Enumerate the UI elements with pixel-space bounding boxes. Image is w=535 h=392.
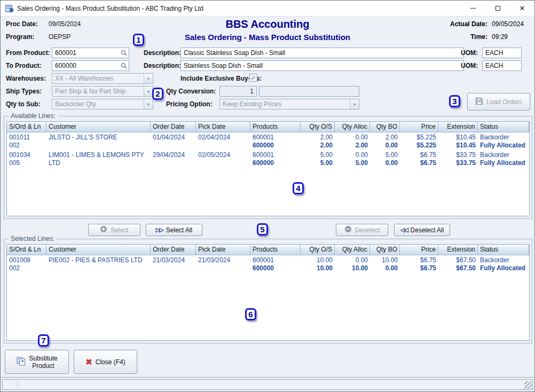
circle-minus-icon — [344, 225, 352, 234]
cell-price: $5.225 — [400, 134, 438, 142]
column-header-qty-alloc[interactable]: Qty Alloc — [335, 122, 370, 132]
available-lines-grid: S/Ord & LnCustomerOrder DatePick DatePro… — [6, 121, 530, 216]
cell-order_date — [151, 264, 196, 272]
to-uom-field-wrap — [482, 60, 522, 71]
column-header-order-date[interactable]: Order Date — [151, 122, 196, 132]
search-icon[interactable] — [120, 62, 128, 72]
cell-qty_os: 2.00 — [301, 134, 335, 142]
close-button[interactable]: ✕ — [510, 1, 534, 16]
search-icon[interactable] — [120, 49, 128, 59]
cell-products: 600000 — [250, 142, 301, 150]
maximize-button[interactable] — [485, 1, 510, 16]
column-header-qty-o-s[interactable]: Qty O/S — [301, 245, 335, 255]
qty-conversion-input-1 — [219, 86, 257, 97]
load-orders-label: Load Orders — [486, 98, 522, 106]
resize-grip[interactable] — [524, 381, 532, 389]
column-header-s-ord-ln[interactable]: S/Ord & Ln — [7, 245, 46, 255]
app-icon — [5, 4, 14, 13]
app-window: Sales Ordering - Mass Product Substituti… — [0, 0, 535, 392]
column-header-status[interactable]: Status — [478, 245, 529, 255]
column-header-s-ord-ln[interactable]: S/Ord & Ln — [7, 122, 46, 132]
cell-ord: 002 — [7, 142, 46, 150]
include-exclusive-checkbox: ✓ — [249, 74, 257, 82]
cell-status: Backorder — [478, 151, 529, 159]
annotation-badge-5: 5 — [257, 223, 268, 236]
cell-ord: 001011 — [7, 134, 46, 142]
annotation-badge-2: 2 — [152, 88, 163, 100]
cell-customer: JILSTO - JILL'S STORE — [46, 134, 151, 142]
time-value: 09:29 — [492, 33, 529, 41]
cell-qty_os: 5.00 — [301, 159, 335, 167]
cell-price: $6.75 — [400, 264, 438, 272]
column-header-pick-date[interactable]: Pick Date — [196, 122, 250, 132]
cell-status: Backorder — [478, 256, 529, 264]
column-header-qty-bo[interactable]: Qty BO — [370, 122, 400, 132]
from-uom-input[interactable] — [482, 48, 522, 58]
column-header-price[interactable]: Price — [400, 245, 438, 255]
column-header-products[interactable]: Products — [250, 122, 301, 132]
annotation-badge-7: 7 — [38, 334, 49, 347]
red-x-icon: ✖ — [85, 357, 92, 367]
from-description-input[interactable] — [180, 48, 464, 58]
to-product-label: To Product: — [6, 62, 41, 69]
chevron-down-icon: ▼ — [350, 99, 359, 109]
deselect-all-button[interactable]: ◁◁ Deselect All — [394, 224, 450, 236]
column-header-price[interactable]: Price — [400, 122, 438, 132]
chevron-down-icon: ▼ — [144, 87, 153, 96]
qty-conversion-label: Qty Conversion: — [166, 88, 216, 95]
column-header-extension[interactable]: Extension — [438, 122, 478, 132]
selected-grid-body: 001008PIE002 - PIES & PASTRIES LTD21/03/… — [7, 255, 529, 273]
select-all-button[interactable]: ▷▷ Select All — [146, 224, 202, 236]
cell-qty_alloc: 0.00 — [335, 151, 370, 159]
available-grid-body: 001011JILSTO - JILL'S STORE01/04/202402/… — [7, 132, 529, 168]
save-disk-icon — [475, 97, 483, 107]
deselect-button: Deselect — [336, 224, 388, 236]
from-description-label: Description: — [144, 49, 181, 57]
available-lines-label: Available Lines: — [9, 112, 58, 120]
column-header-status[interactable]: Status — [478, 122, 529, 132]
cell-products: 600001 — [250, 151, 301, 159]
column-header-qty-alloc[interactable]: Qty Alloc — [335, 245, 370, 255]
minimize-button[interactable] — [461, 1, 485, 16]
cell-customer: LIM001 - LIMES & LEMONS PTY — [46, 151, 151, 159]
column-header-products[interactable]: Products — [250, 245, 301, 255]
actual-date-label: Actual Date: — [444, 20, 487, 28]
cell-order_date — [151, 159, 196, 167]
grid-row[interactable]: 001034LIM001 - LIMES & LEMONS PTY29/04/2… — [7, 150, 529, 168]
close-f4-button[interactable]: ✖ Close (F4) — [74, 350, 137, 374]
cell-order_date: 21/03/2024 — [151, 256, 196, 264]
column-header-customer[interactable]: Customer — [46, 245, 151, 255]
cell-ord: 001034 — [7, 151, 46, 159]
to-product-field-wrap — [52, 60, 129, 71]
cell-qty_bo: 5.00 — [370, 151, 400, 159]
cell-ord: 002 — [7, 264, 46, 272]
column-header-qty-bo[interactable]: Qty BO — [370, 245, 400, 255]
column-header-order-date[interactable]: Order Date — [151, 245, 196, 255]
grid-row[interactable]: 001011JILSTO - JILL'S STORE01/04/202402/… — [7, 132, 529, 150]
cell-pick_date: 02/05/2024 — [196, 151, 250, 159]
column-header-pick-date[interactable]: Pick Date — [196, 245, 250, 255]
selected-grid-header: S/Ord & LnCustomerOrder DatePick DatePro… — [7, 245, 529, 255]
titlebar: Sales Ordering - Mass Product Substituti… — [1, 1, 534, 17]
column-header-extension[interactable]: Extension — [438, 245, 478, 255]
to-product-input[interactable] — [52, 60, 129, 71]
status-panel — [2, 379, 533, 390]
cell-status: Fully Allocated — [478, 159, 529, 167]
substitute-pages-icon — [16, 356, 26, 367]
cell-qty_alloc: 10.00 — [335, 264, 370, 272]
grid-row[interactable]: 001008PIE002 - PIES & PASTRIES LTD21/03/… — [7, 255, 529, 273]
from-product-input[interactable] — [52, 48, 129, 58]
minimize-icon — [470, 8, 476, 9]
substitute-product-button[interactable]: Substitute Product — [5, 350, 69, 374]
column-header-qty-o-s[interactable]: Qty O/S — [301, 122, 335, 132]
to-uom-input[interactable] — [482, 60, 522, 71]
pricing-option-combo: Keep Existing Prices ▼ — [219, 99, 359, 109]
main-content: Proc Date:09/05/2024 Program:OEPSP BBS A… — [1, 17, 534, 391]
from-description-field-wrap — [180, 48, 464, 58]
to-description-input[interactable] — [180, 60, 464, 71]
cell-pick_date — [196, 264, 250, 272]
cell-qty_alloc: 5.00 — [335, 159, 370, 167]
chevron-down-icon: ▼ — [144, 74, 153, 83]
cell-customer: PIE002 - PIES & PASTRIES LTD — [46, 256, 151, 264]
column-header-customer[interactable]: Customer — [46, 122, 151, 132]
